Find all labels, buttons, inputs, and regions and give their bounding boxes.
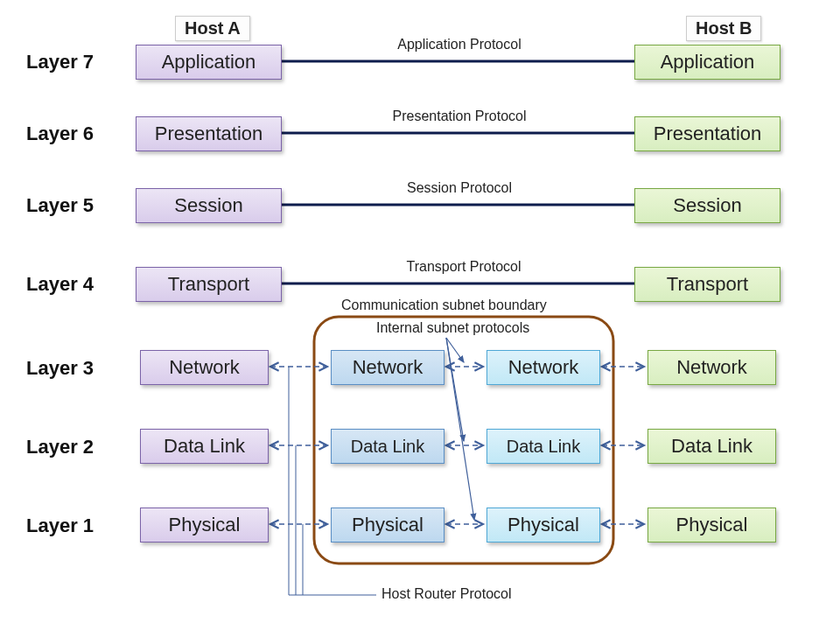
host-b-transport-box: Transport <box>634 267 780 302</box>
svg-line-15 <box>446 338 464 441</box>
router2-network-box: Network <box>486 350 600 385</box>
router1-datalink-box: Data Link <box>331 429 444 464</box>
host-a-network-box: Network <box>140 350 269 385</box>
layer-4-label: Layer 4 <box>26 273 94 296</box>
host-b-network-box: Network <box>648 350 776 385</box>
host-b-datalink-box: Data Link <box>648 429 776 464</box>
host-b-tag: Host B <box>686 16 761 41</box>
router2-physical-box: Physical <box>486 508 600 542</box>
host-b-application-box: Application <box>634 45 780 80</box>
host-a-session-box: Session <box>136 188 282 223</box>
router1-network-box: Network <box>331 350 444 385</box>
host-a-tag: Host A <box>175 16 250 41</box>
host-a-transport-box: Transport <box>136 267 282 302</box>
layer-6-label: Layer 6 <box>26 122 94 145</box>
host-router-protocol-label: Host Router Protocol <box>382 586 512 602</box>
host-a-application-box: Application <box>136 45 282 80</box>
diagram: Host A Host B Layer 7 Layer 6 Layer 5 La… <box>0 0 840 630</box>
layer-2-label: Layer 2 <box>26 436 94 458</box>
application-protocol-label: Application Protocol <box>368 37 551 52</box>
subnet-boundary-label: Communication subnet boundary <box>341 298 547 313</box>
host-b-presentation-box: Presentation <box>634 116 780 151</box>
layer-7-label: Layer 7 <box>26 51 94 74</box>
host-b-session-box: Session <box>634 188 780 223</box>
presentation-protocol-label: Presentation Protocol <box>368 108 551 124</box>
transport-protocol-label: Transport Protocol <box>385 259 542 275</box>
layer-1-label: Layer 1 <box>26 514 94 537</box>
host-a-physical-box: Physical <box>140 508 269 542</box>
svg-line-16 <box>446 338 474 520</box>
host-a-datalink-box: Data Link <box>140 429 269 464</box>
session-protocol-label: Session Protocol <box>385 180 534 196</box>
internal-protocols-label: Internal subnet protocols <box>376 320 529 336</box>
layer-3-label: Layer 3 <box>26 357 94 380</box>
layer-5-label: Layer 5 <box>26 194 94 217</box>
router1-physical-box: Physical <box>331 508 444 542</box>
host-b-physical-box: Physical <box>648 508 776 542</box>
host-a-presentation-box: Presentation <box>136 116 282 151</box>
svg-line-14 <box>446 338 464 362</box>
router2-datalink-box: Data Link <box>486 429 600 464</box>
